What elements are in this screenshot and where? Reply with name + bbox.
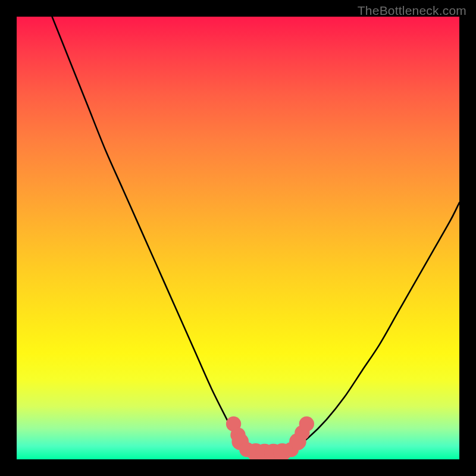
plot-area xyxy=(17,17,459,459)
chart-frame: TheBottleneck.com xyxy=(0,0,476,476)
watermark-text: TheBottleneck.com xyxy=(358,4,466,18)
bottleneck-curve xyxy=(17,17,459,459)
curve-path xyxy=(52,17,459,453)
valley-marker xyxy=(299,416,314,431)
